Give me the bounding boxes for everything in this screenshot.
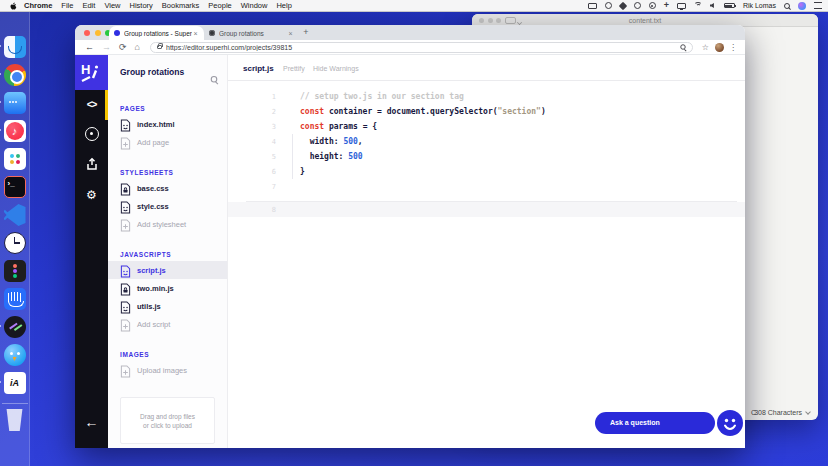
code-line[interactable]: 2const container = document.querySelecto… <box>228 104 745 119</box>
publish-upload-icon[interactable] <box>75 149 108 179</box>
profile-avatar[interactable] <box>715 43 724 52</box>
dropbox-icon[interactable] <box>618 1 626 9</box>
browser-menu-icon[interactable] <box>729 43 737 52</box>
file-item-utils.js[interactable]: utils.js <box>108 297 227 315</box>
menu-edit[interactable]: Edit <box>82 1 95 10</box>
character-count[interactable]: 308 Characters <box>754 409 802 416</box>
back-arrow-icon[interactable] <box>75 407 108 437</box>
close-window-button[interactable] <box>84 30 90 36</box>
tab-close-icon[interactable] <box>192 30 199 37</box>
code-line[interactable]: 1// setup two.js in our section tag <box>228 89 745 104</box>
window-traffic-lights[interactable] <box>84 30 111 36</box>
wifi-icon[interactable] <box>694 2 702 10</box>
url-text[interactable]: https://editor.superhi.com/projects/3981… <box>166 44 676 51</box>
screenflow-icon <box>4 316 26 338</box>
editor-topbar: script.js Prettify Hide Warnings <box>228 55 745 81</box>
editor-content: H Group rotations PAGESinde <box>75 55 745 448</box>
file-item-script.js[interactable]: script.js <box>108 261 227 279</box>
superhi-logo[interactable]: H <box>75 55 108 90</box>
file-item-upload-images[interactable]: Upload images <box>108 361 227 379</box>
spotlight-search-icon[interactable] <box>784 3 790 9</box>
dock-icon-ia-writer[interactable] <box>4 372 26 394</box>
menu-window[interactable]: Window <box>241 1 268 10</box>
file-item-add-script[interactable]: Add script <box>108 315 227 333</box>
section-label: IMAGES <box>108 351 227 361</box>
menu-history[interactable]: History <box>130 1 153 10</box>
code-area[interactable]: 1// setup two.js in our section tag2cons… <box>228 81 745 217</box>
dock-icon-clock[interactable] <box>4 232 26 254</box>
code-view-icon[interactable] <box>75 90 108 120</box>
apple-logo-icon[interactable] <box>9 2 17 10</box>
browser-tab[interactable]: Group rotations - SuperHi <box>109 26 204 40</box>
preview-eye-icon[interactable] <box>75 118 108 148</box>
code-line[interactable]: 7 <box>228 179 745 194</box>
dock-icon-terminal[interactable] <box>4 176 26 198</box>
code-line[interactable]: 3const params = { <box>228 119 745 134</box>
browser-tab[interactable]: Group rotations <box>204 26 299 40</box>
volume-icon[interactable] <box>710 3 714 8</box>
sync-icon[interactable] <box>634 2 641 9</box>
bookmark-star-icon[interactable] <box>702 43 709 52</box>
menu-people[interactable]: People <box>208 1 231 10</box>
display-icon[interactable] <box>677 3 686 9</box>
minimize-window-button[interactable] <box>95 30 101 36</box>
battery-icon[interactable] <box>724 3 735 8</box>
dropzone-line1: Drag and drop files <box>140 412 195 421</box>
back-button[interactable] <box>85 40 94 54</box>
tab-close-icon[interactable] <box>287 30 294 37</box>
clock-icon <box>4 232 26 254</box>
shield-icon[interactable] <box>649 2 656 9</box>
screen-mirroring-icon[interactable] <box>588 3 597 9</box>
file-item-add-page[interactable]: Add page <box>108 133 227 151</box>
gear-icon[interactable] <box>75 180 108 210</box>
menu-help[interactable]: Help <box>276 1 291 10</box>
tab-favicon <box>209 30 215 36</box>
file-item-add-stylesheet[interactable]: Add stylesheet <box>108 215 227 233</box>
tab-strip-tabs: Group rotations - SuperHiGroup rotations <box>109 25 299 40</box>
menu-file[interactable]: File <box>61 1 73 10</box>
address-bar[interactable]: https://editor.superhi.com/projects/3981… <box>150 42 693 53</box>
new-tab-button[interactable] <box>299 26 313 40</box>
menu-bookmarks[interactable]: Bookmarks <box>162 1 200 10</box>
dock-icon-intercom[interactable] <box>4 288 26 310</box>
dock-icon-vscode[interactable] <box>4 204 26 226</box>
code-line[interactable]: 4 width: 500, <box>228 134 745 149</box>
add-file-icon <box>120 136 131 149</box>
home-button[interactable] <box>135 40 140 54</box>
file-item-index.html[interactable]: index.html <box>108 115 227 133</box>
menu-chrome[interactable]: Chrome <box>24 1 52 10</box>
plus-icon[interactable] <box>664 1 669 10</box>
forward-button[interactable] <box>102 40 111 54</box>
zoom-page-icon[interactable] <box>680 44 685 49</box>
menu-view[interactable]: View <box>104 1 120 10</box>
siri-icon[interactable] <box>798 2 806 10</box>
dock-icon-music[interactable] <box>4 120 26 142</box>
notification-center-icon[interactable] <box>814 2 822 9</box>
dock-icon-trash[interactable] <box>4 409 26 431</box>
reload-button[interactable] <box>119 40 127 54</box>
file-item-style.css[interactable]: style.css <box>108 197 227 215</box>
dock-icon-slack[interactable] <box>4 148 26 170</box>
dock-icon-finder[interactable] <box>4 36 26 58</box>
file-dropzone[interactable]: Drag and drop files or click to upload <box>120 397 215 444</box>
dock-icon-chrome[interactable] <box>4 64 26 86</box>
chevron-down-icon[interactable] <box>805 409 811 415</box>
dock-icon-twitterrific[interactable] <box>4 344 26 366</box>
search-icon[interactable] <box>211 67 218 87</box>
code-line[interactable]: 6} <box>228 164 745 179</box>
file-item-base.css[interactable]: base.css <box>108 179 227 197</box>
dock-icon-messages[interactable] <box>4 92 26 114</box>
user-menu[interactable]: Rik Lomas <box>743 2 776 9</box>
dock-icon-figma[interactable] <box>4 260 26 282</box>
file-item-two.min.js[interactable]: two.min.js <box>108 279 227 297</box>
ask-question-button[interactable]: Ask a question <box>595 412 715 434</box>
file-icon <box>120 200 131 213</box>
time-machine-icon[interactable] <box>605 2 612 9</box>
prettify-button[interactable]: Prettify <box>283 65 305 72</box>
hide-warnings-button[interactable]: Hide Warnings <box>313 65 359 72</box>
menu-status-area: Rik Lomas <box>580 1 822 10</box>
code-line[interactable]: 8 <box>228 202 745 217</box>
code-line[interactable]: 5 height: 500 <box>228 149 745 164</box>
smiley-chat-button[interactable] <box>717 410 743 436</box>
dock-icon-screenflow[interactable] <box>4 316 26 338</box>
